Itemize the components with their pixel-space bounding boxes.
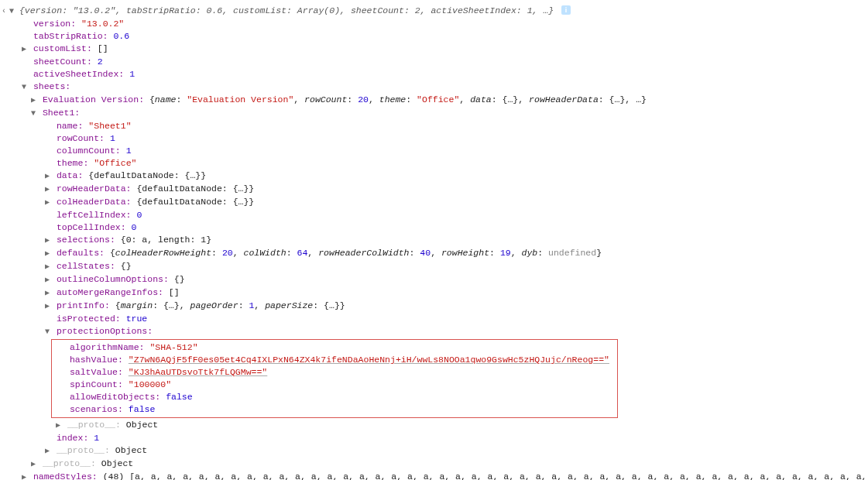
caret-right-icon[interactable]: ▶	[43, 170, 51, 183]
caret-right-icon[interactable]: ▶	[29, 458, 37, 471]
prop-sheet1-topCellIndex[interactable]: topCellIndex: 0	[0, 221, 868, 234]
caret-right-icon[interactable]: ▶	[43, 274, 51, 286]
prop-prot-spinCount[interactable]: spinCount: "100000"	[53, 379, 609, 391]
prop-sheet1-name[interactable]: name: "Sheet1"	[0, 120, 868, 132]
prop-sheet1-data[interactable]: ▶ data: {defaultDataNode: {…}}	[0, 170, 868, 183]
prop-sheet1-proto[interactable]: ▶ __proto__: Object	[0, 444, 868, 458]
root-object-row[interactable]: ‹▼ {version: "13.0.2", tabStripRatio: 0.…	[0, 5, 868, 18]
caret-down-icon[interactable]: ▼	[43, 326, 51, 338]
prop-sheetCount[interactable]: sheetCount: 2	[0, 56, 868, 68]
prop-sheet1-selections[interactable]: ▶ selections: {0: a, length: 1}	[0, 234, 868, 247]
prop-prot-proto[interactable]: ▶ __proto__: Object	[0, 419, 868, 432]
caret-right-icon[interactable]: ▶	[43, 261, 51, 273]
prop-sheet1[interactable]: ▼ Sheet1:	[0, 107, 868, 120]
caret-right-icon[interactable]: ▶	[43, 300, 51, 313]
prop-sheet1-leftCellIndex[interactable]: leftCellIndex: 0	[0, 209, 868, 221]
prop-sheet1-columnCount[interactable]: columnCount: 1	[0, 145, 868, 157]
prop-prot-saltValue[interactable]: saltValue: "KJ3hAaUTDsvoTtk7fLQGMw=="	[53, 366, 609, 379]
caret-right-icon[interactable]: ▶	[20, 43, 28, 56]
prop-sheet1-protectionOptions[interactable]: ▼ protectionOptions:	[0, 325, 868, 338]
caret-down-icon[interactable]: ▼	[29, 108, 37, 120]
caret-right-icon[interactable]: ▶	[43, 197, 51, 209]
caret-right-icon[interactable]: ▶	[29, 94, 37, 107]
info-icon[interactable]: i	[561, 5, 571, 15]
caret-right-icon[interactable]: ▶	[43, 235, 51, 247]
prop-sheet1-defaults[interactable]: ▶ defaults: {colHeaderRowHeight: 20, col…	[0, 247, 868, 260]
caret-right-icon[interactable]: ▶	[43, 183, 51, 196]
prop-activeSheetIndex[interactable]: activeSheetIndex: 1	[0, 68, 868, 81]
protection-options-highlight: algorithmName: "SHA-512" hashValue: "Z7w…	[0, 338, 868, 419]
prop-sheets[interactable]: ▼ sheets:	[0, 81, 868, 94]
prop-sheet1-printInfo[interactable]: ▶ printInfo: {margin: {…}, pageOrder: 1,…	[0, 300, 868, 313]
prop-sheet1-autoMergeRangeInfos[interactable]: ▶ autoMergeRangeInfos: []	[0, 286, 868, 300]
prop-sheet1-isProtected[interactable]: isProtected: true	[0, 313, 868, 325]
prop-sheet1-outlineColumnOptions[interactable]: ▶ outlineColumnOptions: {}	[0, 273, 868, 286]
prop-sheet1-colHeaderData[interactable]: ▶ colHeaderData: {defaultDataNode: {…}}	[0, 196, 868, 209]
prop-version[interactable]: version: "13.0.2"	[0, 18, 868, 30]
angle-icon: ‹	[0, 5, 8, 18]
prop-sheets-proto[interactable]: ▶ __proto__: Object	[0, 458, 868, 471]
caret-right-icon[interactable]: ▶	[20, 471, 28, 480]
prop-prot-algorithmName[interactable]: algorithmName: "SHA-512"	[53, 341, 609, 354]
prop-tabStripRatio[interactable]: tabStripRatio: 0.6	[0, 30, 868, 43]
prop-prot-hashValue[interactable]: hashValue: "Z7wN6AQjF5fF0es05et4Cq4IXLPx…	[53, 354, 609, 366]
caret-right-icon[interactable]: ▶	[43, 248, 51, 260]
prop-sheet1-rowCount[interactable]: rowCount: 1	[0, 132, 868, 145]
prop-sheet1-cellStates[interactable]: ▶ cellStates: {}	[0, 260, 868, 273]
prop-sheet1-index[interactable]: index: 1	[0, 432, 868, 444]
prop-namedStyles[interactable]: ▶ namedStyles: (48) [a, a, a, a, a, a, a…	[0, 471, 868, 480]
prop-prot-scenarios[interactable]: scenarios: false	[53, 403, 609, 416]
prop-customList[interactable]: ▶ customList: []	[0, 43, 868, 56]
caret-down-icon[interactable]: ▼	[8, 5, 15, 18]
prop-prot-allowEditObjects[interactable]: allowEditObjects: false	[53, 391, 609, 403]
prop-sheet1-theme[interactable]: theme: "Office"	[0, 157, 868, 170]
prop-sheet1-rowHeaderData[interactable]: ▶ rowHeaderData: {defaultDataNode: {…}}	[0, 183, 868, 196]
prop-evaluation-version[interactable]: ▶ Evaluation Version: {name: "Evaluation…	[0, 94, 868, 107]
caret-right-icon[interactable]: ▶	[43, 287, 51, 300]
object-inspector: ‹▼ {version: "13.0.2", tabStripRatio: 0.…	[0, 0, 868, 480]
caret-down-icon[interactable]: ▼	[20, 81, 28, 94]
caret-right-icon[interactable]: ▶	[43, 445, 51, 458]
caret-right-icon[interactable]: ▶	[54, 420, 62, 432]
